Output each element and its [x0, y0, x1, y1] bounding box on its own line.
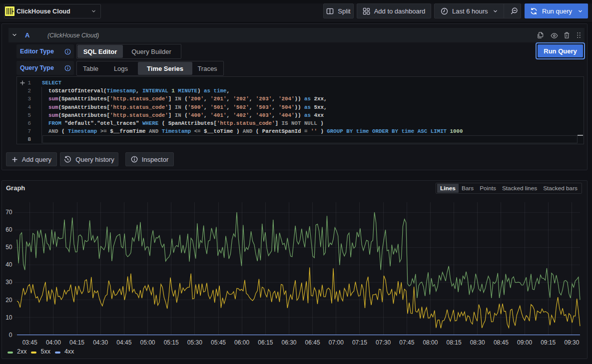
svg-text:06:30: 06:30 [281, 339, 296, 346]
svg-text:04:45: 04:45 [116, 339, 131, 346]
svg-text:03:45: 03:45 [22, 339, 37, 346]
svg-text:08:00: 08:00 [423, 339, 438, 346]
svg-text:09:15: 09:15 [541, 339, 556, 346]
svg-text:05:15: 05:15 [164, 339, 179, 346]
svg-text:40: 40 [5, 261, 12, 268]
svg-text:07:45: 07:45 [399, 339, 414, 346]
svg-text:07:00: 07:00 [329, 339, 344, 346]
svg-text:09:00: 09:00 [517, 339, 532, 346]
svg-text:08:15: 08:15 [447, 339, 462, 346]
svg-text:05:30: 05:30 [187, 339, 202, 346]
svg-text:04:30: 04:30 [93, 339, 108, 346]
svg-text:70: 70 [5, 209, 12, 216]
svg-text:08:30: 08:30 [470, 339, 485, 346]
svg-text:07:15: 07:15 [352, 339, 367, 346]
svg-text:05:45: 05:45 [211, 339, 226, 346]
svg-text:06:45: 06:45 [305, 339, 320, 346]
svg-text:10: 10 [5, 314, 12, 321]
svg-text:04:15: 04:15 [69, 339, 84, 346]
svg-text:30: 30 [5, 279, 12, 286]
svg-text:07:30: 07:30 [376, 339, 391, 346]
svg-text:09:30: 09:30 [564, 339, 579, 346]
svg-text:0: 0 [9, 332, 12, 339]
svg-text:08:45: 08:45 [494, 339, 509, 346]
svg-text:60: 60 [5, 226, 12, 233]
svg-text:20: 20 [5, 297, 12, 304]
svg-text:06:15: 06:15 [258, 339, 273, 346]
svg-text:50: 50 [5, 244, 12, 251]
svg-text:06:00: 06:00 [234, 339, 249, 346]
svg-text:05:00: 05:00 [140, 339, 155, 346]
svg-text:04:00: 04:00 [46, 339, 61, 346]
